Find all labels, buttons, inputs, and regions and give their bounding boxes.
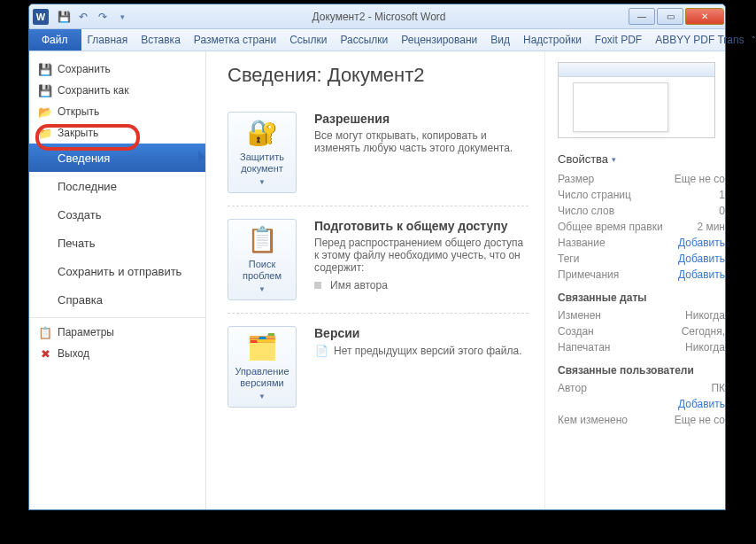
sidebar-info[interactable]: Сведения	[29, 144, 205, 172]
sidebar-new[interactable]: Создать	[29, 200, 205, 229]
properties-dropdown[interactable]: Свойства▾	[558, 152, 725, 166]
folder-open-icon: 📂	[38, 105, 52, 119]
sidebar-print[interactable]: Печать	[29, 229, 205, 257]
prop-value: Никогда	[685, 309, 725, 322]
props-dates-heading: Связанные даты	[558, 291, 725, 304]
prop-value: Еще не со	[675, 414, 725, 426]
prop-key: Автор	[558, 382, 587, 394]
tab-foxit[interactable]: Foxit PDF	[589, 29, 649, 51]
sidebar-label: Параметры	[58, 326, 114, 338]
prop-key: Примечания	[558, 268, 619, 281]
prop-key: Общее время правки	[558, 221, 663, 233]
redo-icon[interactable]: ↷	[95, 9, 111, 25]
tab-home[interactable]: Главная	[81, 29, 135, 51]
sidebar-options[interactable]: 📋Параметры	[29, 322, 205, 343]
prepare-bullet: Имя автора	[314, 279, 528, 291]
tab-insert[interactable]: Вставка	[135, 29, 188, 51]
prop-value: Еще не со	[675, 173, 725, 185]
props-general: РазмерЕще не со Число страниц1 Число сло…	[558, 171, 725, 283]
prop-value-link[interactable]: Добавить	[678, 268, 725, 281]
checklist-icon: 📋	[247, 225, 277, 255]
versions-desc: 📄Нет предыдущих версий этого файла.	[314, 344, 528, 358]
prop-value-link[interactable]: Добавить	[678, 398, 725, 410]
tab-abbyy[interactable]: ABBYY PDF Trans	[649, 29, 751, 51]
sidebar-help[interactable]: Справка	[29, 285, 205, 314]
prepare-desc: Перед распространением общего доступа к …	[314, 237, 528, 274]
sidebar-recent[interactable]: Последние	[29, 172, 205, 200]
sidebar-share[interactable]: Сохранить и отправить	[29, 257, 205, 285]
sidebar-close[interactable]: 📁Закрыть	[29, 122, 205, 144]
folder-close-icon: 📁	[38, 126, 52, 140]
sidebar-label: Последние	[58, 180, 117, 193]
versions-icon: 🗂️	[247, 332, 277, 362]
sidebar-label: Создать	[58, 208, 101, 221]
prop-key: Число слов	[558, 205, 614, 217]
options-icon: 📋	[38, 325, 52, 339]
sidebar-label: Сохранить и отправить	[58, 265, 181, 278]
sidebar-label: Выход	[58, 347, 89, 360]
lock-key-icon: 🔐	[247, 118, 277, 148]
chevron-down-icon: ▼	[258, 392, 266, 401]
prop-value-link[interactable]: Добавить	[678, 253, 725, 265]
info-column: Сведения: Документ2 🔐 Защитить документ …	[206, 51, 544, 509]
sidebar-save[interactable]: 💾Сохранить	[29, 58, 205, 80]
prop-key: Теги	[558, 253, 579, 265]
chevron-down-icon: ▾	[612, 155, 616, 164]
tab-layout[interactable]: Разметка страни	[188, 29, 283, 51]
prop-key: Изменен	[558, 309, 601, 322]
sidebar-exit[interactable]: ✖Выход	[29, 343, 205, 364]
permissions-title: Разрешения	[314, 112, 528, 126]
close-button[interactable]: ✕	[685, 8, 724, 25]
manage-versions-button[interactable]: 🗂️ Управление версиями ▼	[228, 326, 297, 408]
undo-icon[interactable]: ↶	[75, 9, 91, 25]
minimize-button[interactable]: —	[629, 8, 655, 25]
sidebar-save-as[interactable]: 💾Сохранить как	[29, 80, 205, 101]
window-title: Документ2 - Microsoft Word	[130, 11, 628, 23]
maximize-button[interactable]: ▭	[657, 8, 683, 25]
permissions-section: 🔐 Защитить документ ▼ Разрешения Все мог…	[228, 99, 528, 206]
prepare-section: 📋 Поиск проблем ▼ Подготовить к общему д…	[228, 206, 528, 314]
quick-access-toolbar: 💾 ↶ ↷ ▾	[56, 9, 130, 25]
ribbon-minimize-icon[interactable]: ˄	[752, 35, 756, 44]
properties-column: Свойства▾ РазмерЕще не со Число страниц1…	[544, 51, 725, 509]
info-heading: Сведения: Документ2	[228, 64, 528, 87]
tab-mailings[interactable]: Рассылки	[334, 29, 395, 51]
backstage-body: 💾Сохранить 💾Сохранить как 📂Открыть 📁Закр…	[29, 51, 725, 509]
tab-file[interactable]: Файл	[29, 29, 81, 51]
titlebar: W 💾 ↶ ↷ ▾ Документ2 - Microsoft Word — ▭…	[29, 4, 725, 29]
tab-references[interactable]: Ссылки	[283, 29, 334, 51]
check-issues-button[interactable]: 📋 Поиск проблем ▼	[228, 219, 297, 300]
chevron-down-icon: ▼	[258, 285, 266, 294]
prop-key: Название	[558, 237, 606, 249]
sidebar-label: Открыть	[58, 105, 99, 118]
tab-review[interactable]: Рецензировани	[395, 29, 484, 51]
thumb-page	[573, 82, 668, 132]
prop-value: 1	[719, 189, 725, 201]
prop-value-link[interactable]: Добавить	[678, 237, 725, 249]
save-disk-icon: 💾	[38, 62, 52, 76]
sidebar-label: Справка	[58, 293, 103, 307]
sidebar-open[interactable]: 📂Открыть	[29, 101, 205, 122]
bullet-icon	[314, 282, 321, 289]
app-window: W 💾 ↶ ↷ ▾ Документ2 - Microsoft Word — ▭…	[28, 4, 726, 510]
prop-key: Число страниц	[558, 189, 631, 201]
tab-view[interactable]: Вид	[484, 29, 517, 51]
prop-key: Размер	[558, 173, 594, 185]
permissions-desc: Все могут открывать, копировать и изменя…	[314, 129, 528, 154]
save-as-icon: 💾	[38, 83, 52, 97]
prop-value: ПК	[711, 382, 725, 394]
prop-key: Создан	[558, 325, 594, 338]
prepare-title: Подготовить к общему доступу	[314, 219, 528, 233]
sidebar-label: Сведения	[58, 152, 110, 165]
save-icon[interactable]: 💾	[56, 9, 72, 25]
thumb-ribbon	[559, 63, 714, 77]
document-thumbnail[interactable]	[558, 62, 715, 138]
backstage-main: Сведения: Документ2 🔐 Защитить документ …	[206, 51, 725, 509]
versions-title: Версии	[314, 326, 528, 340]
qat-customize-icon[interactable]: ▾	[114, 9, 130, 25]
versions-section: 🗂️ Управление версиями ▼ Версии 📄Нет пре…	[228, 314, 528, 420]
sidebar-label: Сохранить как	[58, 84, 128, 97]
tab-addins[interactable]: Надстройки	[517, 29, 589, 51]
protect-document-button[interactable]: 🔐 Защитить документ ▼	[228, 112, 297, 193]
props-users: Связанные пользователи АвторПК Добавить …	[558, 364, 725, 428]
